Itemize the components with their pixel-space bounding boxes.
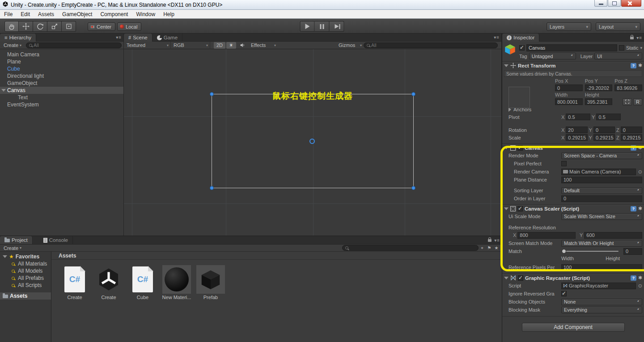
project-search-input[interactable] <box>350 245 475 251</box>
panel-menu-icon[interactable]: ▾≡ <box>494 238 500 243</box>
pixel-perfect-checkbox[interactable] <box>561 161 567 166</box>
static-checkbox[interactable] <box>619 45 624 51</box>
gear-icon[interactable]: ✱ <box>638 145 642 151</box>
script-object-field[interactable]: GraphicRaycaster <box>561 283 636 289</box>
rotation-x-field[interactable]: 20 <box>566 127 587 133</box>
asset-new-material[interactable]: New Materi... <box>162 265 191 300</box>
play-button[interactable] <box>300 21 315 32</box>
scale-z-field[interactable]: 0.29215 <box>621 134 642 141</box>
rect-tool-button[interactable] <box>62 21 76 32</box>
favorites-star-icon[interactable]: ★ <box>493 245 500 251</box>
reference-x-field[interactable]: 800 <box>517 232 576 239</box>
tab-inspector[interactable]: i Inspector <box>502 34 539 42</box>
search-by-type-icon[interactable]: ⌖ <box>479 245 486 251</box>
2d-toggle-button[interactable]: 2D <box>214 42 225 49</box>
pivot-y-field[interactable]: 0.5 <box>596 114 621 120</box>
gear-icon[interactable]: ✱ <box>638 63 642 68</box>
tag-dropdown[interactable]: Untagged <box>529 53 576 59</box>
reference-y-field[interactable]: 600 <box>584 232 642 239</box>
pos-x-field[interactable]: 0 <box>555 84 583 91</box>
menu-assets[interactable]: Assets <box>34 11 58 17</box>
screen-match-mode-dropdown[interactable]: Match Width Or Height <box>561 240 642 247</box>
blocking-mask-dropdown[interactable]: Everything <box>561 307 642 313</box>
pivot-local-button[interactable]: Local <box>117 22 141 31</box>
slider-knob[interactable] <box>562 249 566 253</box>
match-slider[interactable] <box>562 251 619 252</box>
hierarchy-search-field[interactable] <box>26 42 122 48</box>
ui-scale-mode-dropdown[interactable]: Scale With Screen Size <box>561 213 642 220</box>
asset-create-script[interactable]: C# Create <box>60 265 89 300</box>
layout-dropdown[interactable]: Layout <box>596 22 640 31</box>
hierarchy-item-eventsystem[interactable]: EventSystem <box>0 101 123 108</box>
project-create-button[interactable]: Create <box>2 245 23 251</box>
gear-icon[interactable]: ✱ <box>638 275 642 281</box>
pos-z-field[interactable]: 83.96926 <box>614 84 642 91</box>
lock-icon[interactable] <box>488 239 491 242</box>
hierarchy-search-input[interactable] <box>34 42 119 48</box>
menu-edit[interactable]: Edit <box>17 11 34 17</box>
tab-project[interactable]: Project <box>0 236 33 244</box>
asset-create-scene[interactable]: Create <box>94 265 123 300</box>
order-in-layer-field[interactable]: 0 <box>561 195 642 202</box>
layer-dropdown[interactable]: UI <box>594 53 642 59</box>
scale-y-field[interactable]: 0.29215 <box>593 134 615 141</box>
asset-prefab[interactable]: Prefab <box>196 265 225 300</box>
tab-scene[interactable]: # Scene <box>124 34 153 42</box>
panel-menu-icon[interactable]: ▾≡ <box>636 35 642 40</box>
rotation-z-field[interactable]: 0 <box>621 127 642 133</box>
panel-menu-icon[interactable]: ▾≡ <box>494 35 500 40</box>
effects-dropdown[interactable]: Effects <box>248 42 278 49</box>
tab-hierarchy[interactable]: ≡ Hierarchy <box>0 34 36 42</box>
object-picker-icon[interactable]: ⊙ <box>638 169 642 175</box>
close-button[interactable] <box>621 0 641 7</box>
component-enabled-checkbox[interactable] <box>517 206 523 211</box>
hierarchy-item-text[interactable]: Text <box>0 94 123 101</box>
sorting-layer-dropdown[interactable]: Default <box>561 187 642 194</box>
hierarchy-item-cube[interactable]: Cube <box>0 65 123 72</box>
gear-icon[interactable]: ✱ <box>638 206 642 211</box>
rect-handle-bottom-left[interactable] <box>210 186 214 190</box>
object-picker-icon[interactable]: ⊙ <box>638 283 642 289</box>
menu-component[interactable]: Component <box>96 11 132 17</box>
search-by-label-icon[interactable]: ⚑ <box>486 245 493 251</box>
foldout-caret-icon[interactable] <box>504 277 508 279</box>
canvas-text-element[interactable]: 鼠标右键控制生成器 <box>212 90 414 102</box>
static-dropdown-icon[interactable]: ▾ <box>640 46 642 50</box>
rect-transform-header[interactable]: Rect Transform ? ✱ <box>502 61 644 69</box>
pos-y-field[interactable]: -29.20202 <box>585 84 613 91</box>
menu-gameobject[interactable]: GameObject <box>58 11 96 17</box>
rect-handle-bottom-right[interactable] <box>411 186 415 190</box>
audio-toggle-button[interactable] <box>237 42 248 49</box>
render-channel-dropdown[interactable]: RGB <box>171 42 210 49</box>
restore-button[interactable] <box>608 0 621 7</box>
step-button[interactable] <box>330 21 344 32</box>
hierarchy-item-directional-light[interactable]: Directional light <box>0 72 123 80</box>
pivot-x-field[interactable]: 0.5 <box>566 114 590 120</box>
asset-cube-script[interactable]: C# Cube <box>128 265 157 300</box>
scale-tool-button[interactable] <box>47 21 62 32</box>
scene-viewport[interactable]: 鼠标右键控制生成器 <box>124 49 501 236</box>
match-value-field[interactable]: 0 <box>623 248 642 255</box>
blueprint-mode-button[interactable]: R <box>633 98 642 106</box>
canvas-scaler-header[interactable]: Canvas Scaler (Script) ? ✱ <box>502 204 644 212</box>
layers-dropdown[interactable]: Layers <box>547 22 591 31</box>
rotate-tool-button[interactable] <box>33 21 47 32</box>
scene-search-input[interactable] <box>371 42 495 48</box>
favorites-node[interactable]: ★ Favorites <box>0 253 51 260</box>
minimize-button[interactable] <box>594 0 607 7</box>
panel-menu-icon[interactable]: ▾≡ <box>116 35 122 40</box>
menu-window[interactable]: Window <box>132 11 159 17</box>
ignore-reversed-checkbox[interactable] <box>561 291 567 296</box>
active-checkbox[interactable] <box>519 45 525 51</box>
help-icon[interactable]: ? <box>631 275 636 281</box>
canvas-component-header[interactable]: Canvas ? ✱ <box>502 144 644 152</box>
hierarchy-create-button[interactable]: Create <box>2 42 23 48</box>
favorite-all-materials[interactable]: All Materials <box>0 260 51 267</box>
lock-icon[interactable] <box>630 37 634 39</box>
anchor-preset-button[interactable] <box>623 98 632 106</box>
pause-button[interactable] <box>315 21 330 32</box>
reference-pixels-field[interactable]: 100 <box>561 264 642 271</box>
tab-game[interactable]: Game <box>153 34 182 42</box>
gameobject-name-field[interactable] <box>526 44 617 51</box>
move-tool-button[interactable] <box>19 21 33 32</box>
